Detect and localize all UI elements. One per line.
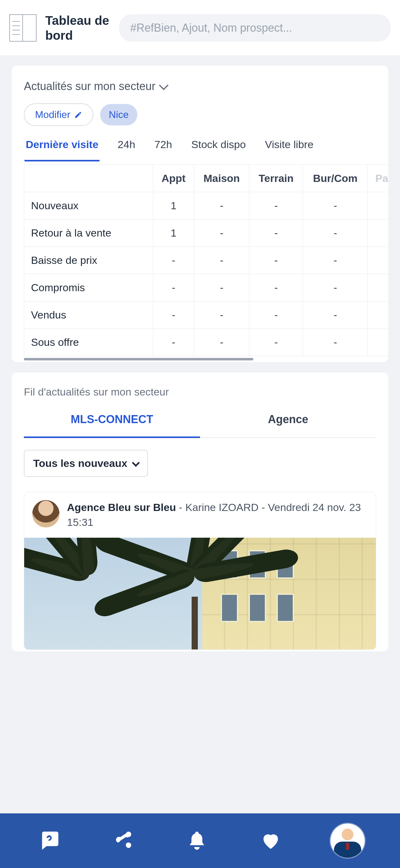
post-meta: Agence Bleu sur Bleu - Karine IZOARD - V… xyxy=(67,500,368,530)
tab-stock-dispo[interactable]: Stock dispo xyxy=(190,135,247,160)
cell xyxy=(368,219,389,247)
author-avatar[interactable] xyxy=(32,500,60,527)
tab-24h[interactable]: 24h xyxy=(116,135,136,160)
col-terrain: Terrain xyxy=(249,165,303,192)
cell: - xyxy=(303,192,368,219)
feed-post[interactable]: Agence Bleu sur Bleu - Karine IZOARD - V… xyxy=(24,492,376,650)
sector-news-title: Actualités sur mon secteur xyxy=(24,80,155,93)
row-label: Nouveaux xyxy=(24,192,153,219)
cell: 1 xyxy=(153,219,194,247)
app-header: Tableau de bord xyxy=(0,0,400,56)
table-corner xyxy=(24,165,153,192)
modify-button[interactable]: Modifier xyxy=(24,103,93,126)
bell-icon xyxy=(186,830,208,851)
bottom-nav xyxy=(0,813,400,868)
feed-card: Fil d'actualités sur mon secteur MLS-CON… xyxy=(11,372,389,652)
cell: - xyxy=(153,247,194,274)
post-header: Agence Bleu sur Bleu - Karine IZOARD - V… xyxy=(24,492,376,538)
horizontal-scroll-indicator[interactable] xyxy=(24,358,253,361)
cell: - xyxy=(249,329,303,356)
nav-share[interactable] xyxy=(109,827,137,855)
tab-visite-libre[interactable]: Visite libre xyxy=(264,135,315,160)
tab-72h[interactable]: 72h xyxy=(153,135,173,160)
cell: - xyxy=(153,329,194,356)
cell: - xyxy=(249,274,303,302)
cell: - xyxy=(194,219,249,247)
tab-label: 72h xyxy=(155,138,172,150)
table-row: Vendus---- xyxy=(24,302,389,329)
tab-label: Stock dispo xyxy=(191,138,246,150)
tab-label: Dernière visite xyxy=(26,138,98,150)
col-extra: Pa xyxy=(368,165,389,192)
tab-derniere-visite[interactable]: Dernière visite xyxy=(25,135,100,161)
profile-avatar-icon xyxy=(334,829,361,858)
sector-news-card: Actualités sur mon secteur Modifier Nice… xyxy=(11,65,389,363)
tab-agence[interactable]: Agence xyxy=(200,411,376,438)
sector-news-dropdown[interactable]: Actualités sur mon secteur xyxy=(24,80,376,93)
cell: - xyxy=(303,274,368,302)
cell: - xyxy=(194,274,249,302)
tab-label: 24h xyxy=(118,138,135,150)
table-row: Sous offre---- xyxy=(24,329,389,356)
cell: - xyxy=(153,302,194,329)
col-maison: Maison xyxy=(194,165,249,192)
cell xyxy=(368,247,389,274)
help-icon xyxy=(38,830,60,851)
cell xyxy=(368,274,389,302)
feed-filter-select[interactable]: Tous les nouveaux xyxy=(24,450,148,477)
nav-notifications[interactable] xyxy=(183,827,211,855)
page-title: Tableau de bord xyxy=(45,13,110,43)
cell xyxy=(368,192,389,219)
cell: - xyxy=(194,192,249,219)
sector-table-scroll[interactable]: Appt Maison Terrain Bur/Com Pa Nouveaux1… xyxy=(11,164,389,358)
col-appt: Appt xyxy=(153,165,194,192)
nav-profile[interactable] xyxy=(331,824,365,858)
post-author: Karine IZOARD xyxy=(186,501,259,513)
cell: - xyxy=(194,329,249,356)
share-icon xyxy=(112,830,134,851)
time-tabs: Dernière visite 24h 72h Stock dispo Visi… xyxy=(24,135,376,161)
cell: - xyxy=(303,302,368,329)
chevron-down-icon xyxy=(132,459,139,467)
post-agency: Agence Bleu sur Bleu xyxy=(67,501,176,513)
cell: - xyxy=(194,247,249,274)
row-label: Sous offre xyxy=(24,329,153,356)
tab-label: Agence xyxy=(268,413,308,426)
pencil-icon xyxy=(74,111,82,119)
cell: - xyxy=(303,219,368,247)
table-row: Retour à la vente1--- xyxy=(24,219,389,247)
cell: - xyxy=(303,247,368,274)
modify-button-label: Modifier xyxy=(35,109,70,120)
cell: - xyxy=(153,274,194,302)
cell: - xyxy=(249,192,303,219)
nav-help[interactable] xyxy=(35,827,63,855)
cell: - xyxy=(249,302,303,329)
col-burcom: Bur/Com xyxy=(303,165,368,192)
tab-mls-connect[interactable]: MLS-CONNECT xyxy=(24,411,200,438)
feed-title: Fil d'actualités sur mon secteur xyxy=(24,386,376,398)
heart-icon xyxy=(260,830,281,851)
feed-tabs: MLS-CONNECT Agence xyxy=(24,411,376,438)
row-label: Retour à la vente xyxy=(24,219,153,247)
feed-filter-label: Tous les nouveaux xyxy=(33,457,128,469)
cell xyxy=(368,329,389,356)
cell: - xyxy=(303,329,368,356)
search-input[interactable] xyxy=(119,14,391,41)
nav-favorites[interactable] xyxy=(257,827,285,855)
tab-label: Visite libre xyxy=(265,138,313,150)
cell xyxy=(368,302,389,329)
chevron-down-icon xyxy=(159,81,169,90)
location-chip[interactable]: Nice xyxy=(100,104,137,125)
cell: - xyxy=(249,219,303,247)
cell: 1 xyxy=(153,192,194,219)
cell: - xyxy=(194,302,249,329)
row-label: Compromis xyxy=(24,274,153,302)
table-row: Baisse de prix---- xyxy=(24,247,389,274)
tab-label: MLS-CONNECT xyxy=(71,413,153,426)
post-image[interactable] xyxy=(24,538,376,649)
table-row: Compromis---- xyxy=(24,274,389,302)
row-label: Vendus xyxy=(24,302,153,329)
app-logo-icon xyxy=(9,14,37,41)
sector-table: Appt Maison Terrain Bur/Com Pa Nouveaux1… xyxy=(24,164,389,356)
table-row: Nouveaux1--- xyxy=(24,192,389,219)
